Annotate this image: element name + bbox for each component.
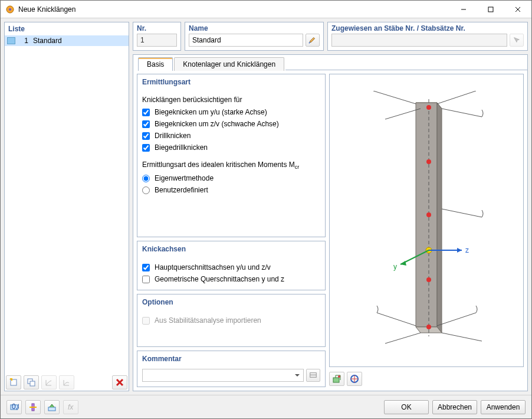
- preview-tool-a-button[interactable]: [329, 372, 344, 386]
- svg-line-21: [377, 313, 416, 326]
- svg-line-17: [373, 91, 416, 104]
- rb-benutzer[interactable]: [142, 186, 150, 194]
- list-item-icon: [7, 37, 15, 44]
- svg-rect-3: [488, 7, 493, 12]
- list-item-num: 1: [19, 37, 28, 45]
- svg-rect-38: [333, 378, 339, 382]
- field-nr: Nr. 1: [133, 22, 181, 51]
- footer-tool-3-button[interactable]: [44, 400, 60, 414]
- minimize-button[interactable]: [450, 1, 477, 18]
- name-edit-button[interactable]: [306, 34, 320, 47]
- ck-geomachsen[interactable]: [142, 276, 150, 283]
- svg-point-30: [426, 105, 431, 110]
- ck-import-stability-label: Aus Stabilitätsanalyse importieren: [155, 316, 261, 325]
- nr-label: Nr.: [133, 22, 180, 34]
- svg-point-28: [426, 277, 431, 282]
- footer-tool-2-button[interactable]: [25, 400, 41, 414]
- cancel-button[interactable]: Abbrechen: [432, 400, 477, 414]
- moment-label: Ermittlungsart des idealen kritischen Mo…: [142, 161, 320, 170]
- svg-text:fx: fx: [68, 403, 74, 411]
- kommentar-pick-button[interactable]: [306, 369, 320, 382]
- axes-tool-b-button: [59, 375, 74, 389]
- svg-rect-8: [30, 381, 35, 386]
- close-button[interactable]: [504, 1, 531, 18]
- field-name: Name Standard: [185, 22, 324, 51]
- group-knickachsen: Knickachsen Hauptquerschnittsachsen y/u …: [137, 241, 326, 290]
- list-body[interactable]: 1 Standard: [5, 35, 129, 373]
- titlebar: Neue Knicklängen: [1, 1, 531, 18]
- form-column: Ermittlungsart Knicklängen berücksichtig…: [137, 74, 326, 387]
- copy-button[interactable]: [24, 375, 39, 389]
- ck-biegeknicken-yu[interactable]: [142, 109, 150, 116]
- kommentar-title: Kommentar: [142, 355, 320, 363]
- name-input[interactable]: Standard: [189, 34, 303, 47]
- svg-point-26: [426, 159, 431, 164]
- group-optionen: Optionen Aus Stabilitätsanalyse importie…: [137, 294, 326, 347]
- rb-eigenwert[interactable]: [142, 175, 150, 182]
- list-toolbar: [5, 373, 129, 391]
- preview-column: z y: [329, 74, 524, 387]
- list-header: Liste: [5, 22, 129, 35]
- svg-text:y: y: [393, 263, 397, 271]
- svg-line-24: [385, 333, 421, 343]
- consider-label: Knicklängen berücksichtigen für: [142, 96, 320, 104]
- svg-line-22: [437, 313, 476, 326]
- preview-tool-b-button[interactable]: [347, 372, 362, 386]
- rb-eigenwert-label: Eigenwertmethode: [155, 174, 214, 182]
- svg-text:z: z: [465, 246, 469, 254]
- rb-benutzer-label: Benutzerdefiniert: [155, 186, 208, 194]
- tab-basis[interactable]: Basis: [138, 57, 173, 71]
- svg-text:0,00: 0,00: [12, 402, 19, 411]
- ck-biegedrillknicken[interactable]: [142, 144, 150, 152]
- window-title: Neue Knicklängen: [18, 5, 450, 14]
- list-item-label: Standard: [33, 37, 62, 45]
- svg-rect-47: [48, 407, 55, 411]
- svg-line-19: [442, 109, 482, 117]
- svg-marker-33: [457, 248, 462, 253]
- ck-biegeknicken-zv[interactable]: [142, 120, 150, 128]
- kommentar-combo[interactable]: [142, 369, 304, 382]
- axes-tool-a-button: [41, 375, 57, 389]
- list-item[interactable]: 1 Standard: [5, 35, 129, 46]
- svg-point-1: [9, 8, 11, 11]
- ck-drillknicken[interactable]: [142, 132, 150, 140]
- group-ermittlungsart: Ermittlungsart Knicklängen berücksichtig…: [137, 74, 326, 237]
- svg-rect-9: [310, 373, 317, 378]
- new-button[interactable]: [6, 375, 21, 389]
- ck-hauptachsen[interactable]: [142, 264, 150, 271]
- ck-biegeknicken-yu-label: Biegeknicken um y/u (starke Achse): [155, 108, 267, 116]
- name-label: Name: [185, 22, 323, 34]
- ermittlungsart-title: Ermittlungsart: [142, 78, 320, 86]
- apply-button[interactable]: Anwenden: [481, 400, 526, 414]
- svg-marker-14: [437, 103, 442, 333]
- ck-biegedrillknicken-label: Biegedrillknicken: [155, 143, 208, 152]
- svg-point-27: [426, 212, 431, 217]
- maximize-button[interactable]: [477, 1, 504, 18]
- assigned-label: Zugewiesen an Stäbe Nr. / Stabsätze Nr.: [328, 22, 527, 34]
- preview-canvas[interactable]: z y: [329, 74, 524, 367]
- right-panel: Nr. 1 Name Standard Zugewiesen an Stäbe …: [133, 22, 528, 391]
- group-kommentar: Kommentar: [137, 351, 326, 387]
- svg-line-20: [385, 109, 421, 119]
- svg-line-25: [442, 209, 482, 217]
- assigned-input[interactable]: [331, 34, 507, 47]
- footer-tool-4-button: fx: [63, 400, 78, 414]
- dialog-window: Neue Knicklängen Liste 1 Standard: [0, 0, 532, 419]
- field-assigned: Zugewiesen an Stäbe Nr. / Stabsätze Nr.: [327, 22, 528, 51]
- ok-button[interactable]: OK: [384, 400, 429, 414]
- column-3d-icon: z y: [338, 91, 515, 351]
- app-icon: [5, 5, 15, 14]
- svg-point-39: [338, 375, 340, 378]
- ck-import-stability: [142, 317, 150, 325]
- ck-hauptachsen-label: Hauptquerschnittsachsen y/u und z/v: [155, 263, 271, 271]
- tab-bar: Basis Knotenlager und Knicklängen: [133, 55, 527, 70]
- left-panel: Liste 1 Standard: [4, 22, 129, 391]
- delete-button[interactable]: [112, 375, 127, 389]
- footer-tool-1-button[interactable]: 0,00: [6, 400, 22, 414]
- preview-toolbar: [329, 371, 524, 387]
- dialog-footer: 0,00 fx OK Abbrechen Anwenden: [1, 395, 531, 418]
- svg-line-23: [442, 333, 482, 341]
- tab-nodal[interactable]: Knotenlager und Knicklängen: [174, 57, 284, 71]
- optionen-title: Optionen: [142, 298, 320, 306]
- knickachsen-title: Knickachsen: [142, 245, 320, 253]
